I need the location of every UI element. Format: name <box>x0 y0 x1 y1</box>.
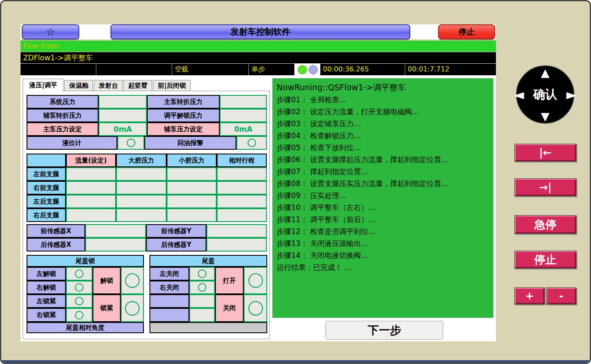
unlock-status-cell <box>121 267 144 294</box>
front-sensor-x-value <box>85 224 146 238</box>
leg-front-left-label: 左前支腿 <box>27 167 66 181</box>
step-line: 步骤02： 设定压力流量，打开支腿电磁阀... <box>277 106 489 118</box>
oil-return-alarm-indicator <box>248 139 256 147</box>
star-button[interactable]: ☆ <box>22 24 79 39</box>
small-chamber-pressure-header: 小腔压力 <box>167 154 217 167</box>
aux-pump-pressure-set-button[interactable]: 辅泵压力设定 <box>147 122 220 136</box>
star-icon: ☆ <box>46 26 55 38</box>
flow-set-header[interactable]: 流量(设定) <box>66 154 116 167</box>
tab-launch-pad[interactable]: 发射台 <box>94 80 122 91</box>
flow-name-bar: ZDFlow1->调平整车 <box>21 52 496 63</box>
step-line: 步骤08： 设置支腿压实压力流量，撑起到指定位置... <box>277 178 489 189</box>
step-forward-button[interactable]: →| <box>514 178 576 196</box>
status-bar: 空载 单步 00:00:36.265 00:01:7.712 <box>21 64 496 75</box>
total-time: 00:01:7.712 <box>405 64 495 75</box>
status-cell-empty-2 <box>96 64 172 75</box>
tab-hydraulic-leveling[interactable]: 液压|调平 <box>23 79 63 92</box>
tab-front-rear-lock[interactable]: 前|后闭锁 <box>153 80 190 91</box>
leg-front-right-flow <box>66 181 116 195</box>
step-line: 步骤03： 设定辅泵压力... <box>277 118 489 130</box>
step-line: 步骤13： 关闭液压源输出... <box>277 237 489 249</box>
right-unlock-label: 右解锁 <box>27 281 66 294</box>
pressure-grid: 系统压力 主泵转折压力 辅泵转折压力 调平解锁压力 主泵压力设定 0mA 辅泵压… <box>27 95 267 136</box>
dpad-up-icon[interactable]: ▲ <box>541 67 549 78</box>
load-mode-label: 空载 <box>172 64 249 75</box>
right-lock-indicator <box>75 311 84 320</box>
left-close-indicator-cell <box>189 267 215 281</box>
right-close-indicator <box>198 283 206 292</box>
minus-button[interactable]: - <box>546 287 576 305</box>
tail-cover-angle-label: 尾盖相对角度 <box>27 322 144 333</box>
leg-rear-left-flow <box>66 195 116 208</box>
tail-cover-spare-label-1 <box>149 294 189 308</box>
step-line: 步骤09： 压实处理... <box>277 189 489 201</box>
leg-front-left-stroke <box>217 167 267 181</box>
leg-rear-right-stroke <box>217 208 267 222</box>
level-gauge-indicator-cell <box>117 136 144 150</box>
leg-rear-left-label: 左后支腿 <box>27 195 66 208</box>
step-line: 步骤07： 撑起到指定位置... <box>277 166 489 178</box>
tail-cover-spare-label-2 <box>149 308 189 322</box>
tab-insulated-cabin[interactable]: 保温舱 <box>64 80 93 91</box>
dpad-right-icon[interactable]: ► <box>566 88 577 101</box>
now-running-title: NowRuning::QSFlow1->调平整车 <box>277 81 489 94</box>
step-line: 步骤01： 全局检查... <box>277 94 489 106</box>
dpad-left-icon[interactable]: ◄ <box>513 88 524 101</box>
unlock-button[interactable]: 解锁 <box>93 267 121 294</box>
left-unlock-label: 左解锁 <box>27 267 66 281</box>
oil-return-alarm-label: 回油报警 <box>144 136 236 150</box>
leg-front-right-small-pressure <box>167 181 217 195</box>
main-pump-turn-pressure-label: 主泵转折压力 <box>147 95 220 109</box>
left-close-label: 左关闭 <box>149 267 189 281</box>
legs-table: 流量(设定) 大腔压力 小腔压力 相对行程 左前支腿 右前支腿 左后支腿 右后支… <box>27 154 267 222</box>
legs-corner-cell <box>27 154 66 167</box>
large-chamber-pressure-header: 大腔压力 <box>116 154 167 167</box>
tail-cover-spare-cell-2 <box>189 308 215 322</box>
open-button[interactable]: 打开 <box>215 267 244 294</box>
tail-cover-bottom-bar <box>149 322 267 333</box>
flow-steps-panel: NowRuning::QSFlow1->调平整车 步骤01： 全局检查... 步… <box>272 78 493 318</box>
emergency-stop-button[interactable]: 急停 <box>514 215 576 234</box>
tail-cover-title: 尾盖 <box>149 255 267 267</box>
left-unlock-indicator-cell <box>66 267 93 281</box>
rear-sensor-x-label: 后传感器X <box>27 238 85 252</box>
plus-button[interactable]: + <box>514 287 545 305</box>
relative-stroke-header: 相对行程 <box>217 154 267 167</box>
leg-rear-right-small-pressure <box>167 208 217 222</box>
app-title: 发射车控制软件 <box>230 26 290 38</box>
tail-cover-spare-cell-1 <box>189 294 215 308</box>
main-pump-pressure-set-button[interactable]: 主泵压力设定 <box>27 122 98 136</box>
right-close-label: 右关闭 <box>149 281 189 294</box>
stop-button-top[interactable]: 停止 <box>438 24 495 39</box>
lock-button[interactable]: 锁紧 <box>93 294 121 322</box>
confirm-dpad[interactable]: ▲ ▼ ◄ ► 确认 <box>516 65 574 124</box>
stop-button[interactable]: 停止 <box>514 251 576 269</box>
leg-rear-left-small-pressure <box>167 195 217 208</box>
level-gauge-indicator <box>127 139 135 147</box>
step-line: 步骤05： 检查下放到位... <box>277 142 489 154</box>
status-cell-empty-1 <box>21 64 96 75</box>
close-button[interactable]: 关闭 <box>215 294 244 322</box>
step-line: 步骤14： 关闭电液切换阀... <box>277 249 489 261</box>
lock-status-indicator <box>125 301 140 316</box>
dpad-down-icon[interactable]: ▼ <box>541 111 549 122</box>
left-lock-label: 左锁紧 <box>27 294 66 308</box>
next-step-button[interactable]: 下一步 <box>325 321 443 340</box>
tail-lock-title: 尾盖锁 <box>27 255 144 267</box>
leg-front-right-label: 右前支腿 <box>27 181 66 195</box>
system-pressure-value <box>98 95 147 109</box>
step-back-button[interactable]: |← <box>514 144 576 162</box>
right-close-indicator-cell <box>189 281 215 294</box>
step-line: 步骤11： 调平整车（前后）... <box>277 213 489 225</box>
confirm-label: 确认 <box>533 86 557 103</box>
aux-pump-turn-pressure-label: 辅泵转折压力 <box>27 109 98 122</box>
main-pump-turn-pressure-value <box>220 95 267 109</box>
aux-pump-pressure-set-value: 0mA <box>220 122 267 136</box>
close-status-cell <box>244 294 267 322</box>
close-status-indicator <box>248 301 263 316</box>
gauge-alarm-row: 液位计 回油报警 <box>27 136 267 150</box>
run-indicator-purple <box>308 65 318 74</box>
tab-erecting-arm[interactable]: 起竖臂 <box>123 80 152 91</box>
leg-front-left-flow <box>66 167 116 181</box>
launcher-control-screen: ☆ 发射车控制软件 停止 Flow Enter ZDFlow1->调平整车 空载… <box>0 0 591 364</box>
